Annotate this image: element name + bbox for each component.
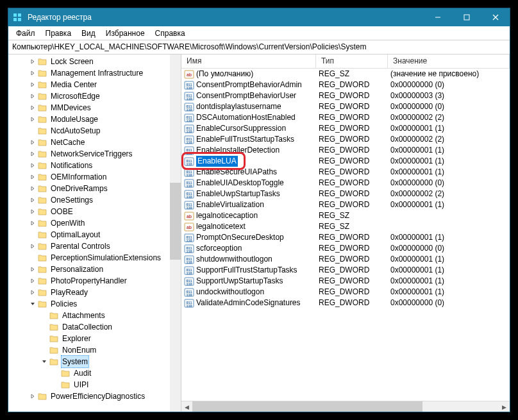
tree-toggle[interactable] bbox=[29, 219, 37, 227]
tree-label[interactable]: Media Center bbox=[49, 79, 98, 90]
value-row[interactable]: 011110EnableUIADesktopToggleREG_DWORD0x0… bbox=[181, 178, 510, 189]
tree-node[interactable]: NetCache bbox=[11, 137, 181, 148]
tree-node[interactable]: Audit bbox=[11, 367, 181, 379]
tree-label[interactable]: Explorer bbox=[61, 333, 92, 344]
tree-label[interactable]: OpenWith bbox=[49, 217, 86, 229]
tree-toggle[interactable] bbox=[40, 346, 48, 354]
tree-toggle[interactable] bbox=[40, 335, 48, 342]
tree-node[interactable]: OptimalLayout bbox=[11, 229, 181, 240]
value-row[interactable]: ablegalnoticetextREG_SZ bbox=[181, 221, 510, 232]
tree-toggle[interactable] bbox=[29, 392, 37, 400]
menu-view[interactable]: Вид bbox=[76, 28, 101, 39]
list-body[interactable]: ab(По умолчанию)REG_SZ(значение не присв… bbox=[181, 69, 510, 401]
tree-toggle[interactable] bbox=[29, 104, 37, 112]
menu-favorites[interactable]: Избранное bbox=[101, 28, 150, 39]
tree-label[interactable]: PhotoPropertyHandler bbox=[49, 275, 128, 287]
tree-toggle[interactable] bbox=[29, 69, 37, 77]
value-row[interactable]: 011110ValidateAdminCodeSignaturesREG_DWO… bbox=[181, 298, 510, 308]
tree-label[interactable]: NetworkServiceTriggers bbox=[49, 148, 134, 160]
tree-node[interactable]: ModuleUsage bbox=[11, 113, 181, 125]
address-bar[interactable]: Компьютер\HKEY_LOCAL_MACHINE\SOFTWARE\Mi… bbox=[8, 40, 510, 55]
tree-label[interactable]: Lock Screen bbox=[49, 56, 95, 67]
tree-node[interactable]: OOBE bbox=[11, 206, 181, 217]
tree-pane[interactable]: Lock ScreenManagement InfrastructureMedi… bbox=[8, 55, 181, 412]
tree-node[interactable]: UIPI bbox=[11, 379, 181, 391]
tree-label[interactable]: MicrosoftEdge bbox=[49, 90, 101, 102]
tree-node[interactable]: OneDriveRamps bbox=[11, 183, 181, 194]
header-type[interactable]: Тип bbox=[316, 55, 388, 68]
tree-scrollbar[interactable] bbox=[170, 55, 181, 412]
menu-help[interactable]: Справка bbox=[150, 28, 190, 39]
tree-node[interactable]: NonEnum bbox=[11, 344, 181, 356]
tree-node[interactable]: PhotoPropertyHandler bbox=[11, 275, 181, 287]
tree-toggle[interactable] bbox=[29, 150, 37, 158]
value-row[interactable]: 011110shutdownwithoutlogonREG_DWORD0x000… bbox=[181, 254, 510, 265]
tree-node[interactable]: Management Infrastructure bbox=[11, 67, 181, 79]
tree-label[interactable]: Audit bbox=[72, 367, 92, 379]
tree-toggle[interactable] bbox=[29, 277, 37, 285]
value-row[interactable]: 011110EnableSecureUIAPathsREG_DWORD0x000… bbox=[181, 167, 510, 178]
tree-toggle[interactable] bbox=[29, 231, 37, 239]
value-row[interactable]: 011110SupportUwpStartupTasksREG_DWORD0x0… bbox=[181, 276, 510, 287]
list-hscrollbar[interactable]: ◀ ▶ bbox=[181, 401, 510, 412]
value-row[interactable]: 011110undockwithoutlogonREG_DWORD0x00000… bbox=[181, 287, 510, 298]
tree-label[interactable]: ModuleUsage bbox=[49, 113, 99, 125]
tree-node[interactable]: Policies bbox=[11, 298, 181, 310]
tree-toggle[interactable] bbox=[29, 173, 37, 181]
tree-toggle[interactable] bbox=[29, 242, 37, 250]
tree-node[interactable]: PlayReady bbox=[11, 287, 181, 298]
tree-label[interactable]: NonEnum bbox=[61, 344, 97, 356]
tree-label[interactable]: System bbox=[61, 355, 89, 368]
value-row[interactable]: 011110EnableVirtualizationREG_DWORD0x000… bbox=[181, 199, 510, 210]
tree-label[interactable]: Notifications bbox=[49, 160, 94, 171]
value-row[interactable]: ablegalnoticecaptionREG_SZ bbox=[181, 210, 510, 221]
tree-label[interactable]: NcdAutoSetup bbox=[49, 125, 101, 137]
tree-label[interactable]: OneSettings bbox=[49, 194, 94, 206]
tree-toggle[interactable] bbox=[29, 115, 37, 123]
hscroll-right[interactable]: ▶ bbox=[499, 401, 510, 412]
tree-node[interactable]: OpenWith bbox=[11, 217, 181, 229]
tree-toggle[interactable] bbox=[40, 323, 48, 331]
tree-node[interactable]: Notifications bbox=[11, 160, 181, 171]
tree-label[interactable]: PowerEfficiencyDiagnostics bbox=[49, 391, 146, 402]
value-row[interactable]: 011110EnableLUAREG_DWORD0x00000001 (1) bbox=[181, 156, 510, 167]
tree-toggle[interactable] bbox=[29, 289, 37, 296]
tree-label[interactable]: OEMInformation bbox=[49, 171, 108, 183]
tree-node[interactable]: OEMInformation bbox=[11, 171, 181, 183]
tree-label[interactable]: PlayReady bbox=[49, 287, 89, 298]
close-button[interactable] bbox=[481, 8, 510, 26]
tree-node[interactable]: Explorer bbox=[11, 333, 181, 344]
tree-toggle[interactable] bbox=[29, 58, 37, 65]
tree-node[interactable]: OneSettings bbox=[11, 194, 181, 206]
header-value[interactable]: Значение bbox=[388, 55, 510, 68]
value-row[interactable]: 011110EnableCursorSuppressionREG_DWORD0x… bbox=[181, 123, 510, 134]
tree-toggle[interactable] bbox=[29, 254, 37, 262]
tree-label[interactable]: NetCache bbox=[49, 137, 86, 148]
tree-label[interactable]: OOBE bbox=[49, 206, 74, 217]
tree-label[interactable]: OptimalLayout bbox=[49, 229, 101, 240]
tree-label[interactable]: DataCollection bbox=[61, 321, 113, 333]
tree-label[interactable]: MMDevices bbox=[49, 102, 92, 113]
tree-toggle[interactable] bbox=[52, 381, 60, 389]
tree-label[interactable]: UIPI bbox=[72, 379, 90, 391]
header-name[interactable]: Имя bbox=[181, 55, 316, 68]
tree-toggle[interactable] bbox=[40, 358, 48, 365]
tree-node[interactable]: NcdAutoSetup bbox=[11, 125, 181, 137]
tree-toggle[interactable] bbox=[40, 312, 48, 319]
tree-toggle[interactable] bbox=[29, 92, 37, 100]
hscroll-thumb[interactable] bbox=[192, 401, 422, 412]
tree-node[interactable]: NetworkServiceTriggers bbox=[11, 148, 181, 160]
value-row[interactable]: 011110PromptOnSecureDesktopREG_DWORD0x00… bbox=[181, 232, 510, 243]
tree-node[interactable]: Parental Controls bbox=[11, 240, 181, 252]
tree-toggle[interactable] bbox=[29, 185, 37, 192]
value-row[interactable]: 011110EnableFullTrustStartupTasksREG_DWO… bbox=[181, 134, 510, 145]
tree-toggle[interactable] bbox=[29, 196, 37, 204]
menu-file[interactable]: Файл bbox=[11, 28, 40, 39]
tree-toggle[interactable] bbox=[29, 162, 37, 169]
tree-label[interactable]: Personalization bbox=[49, 264, 104, 275]
tree-toggle[interactable] bbox=[29, 81, 37, 88]
value-row[interactable]: 011110DSCAutomationHostEnabledREG_DWORD0… bbox=[181, 112, 510, 123]
tree-node[interactable]: PerceptionSimulationExtensions bbox=[11, 252, 181, 264]
value-row[interactable]: 011110SupportFullTrustStartupTasksREG_DW… bbox=[181, 265, 510, 276]
value-row[interactable]: 011110EnableUwpStartupTasksREG_DWORD0x00… bbox=[181, 189, 510, 199]
